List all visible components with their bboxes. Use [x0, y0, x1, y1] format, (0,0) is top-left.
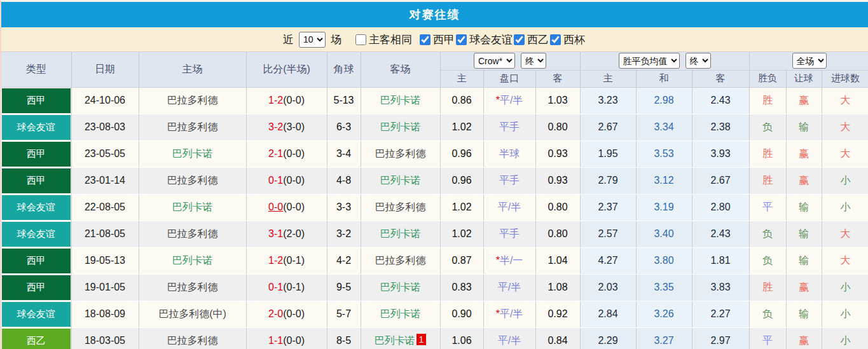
avg-home-cell: 1.95	[580, 140, 636, 167]
league-badge: 西甲	[2, 275, 71, 300]
result-goals-cell: 小	[822, 167, 868, 194]
odds-home-cell: 0.96	[440, 140, 483, 167]
odds-away-cell: 0.80	[535, 221, 580, 247]
league-checkbox-liga[interactable]	[420, 34, 431, 45]
league-label-segunda: 西乙	[527, 32, 549, 47]
col-res-hc: 让球	[786, 70, 822, 87]
result-goals-cell: 小	[822, 274, 868, 301]
avg-draw-cell: 3.35	[636, 274, 692, 301]
handicap-cell: *平/半	[483, 301, 535, 327]
type-cell: 球会友谊	[1, 114, 71, 140]
away-team: 巴列卡诺	[361, 274, 440, 301]
away-team: 巴列卡诺	[361, 221, 440, 247]
avg-draw-cell: 3.19	[636, 194, 692, 221]
corners-cell: 5-13	[327, 87, 361, 114]
col-type: 类型	[1, 52, 71, 87]
league-label-friendly: 球会友谊	[469, 32, 513, 47]
col-home: 主场	[139, 52, 246, 87]
score-cell: 3-2(3-0)	[246, 114, 327, 140]
avg-home-cell: 2.79	[580, 167, 636, 194]
league-badge: 球会友谊	[2, 302, 71, 327]
avg-draw-cell: 3.26	[636, 301, 692, 327]
odds-home-cell: 1.02	[440, 194, 483, 221]
match-date: 23-05-05	[71, 140, 139, 167]
avg-home-cell: 3.23	[580, 87, 636, 114]
result-handicap-cell: 输	[786, 247, 822, 274]
match-date: 24-10-06	[71, 87, 139, 114]
league-badge: 西甲	[2, 168, 71, 193]
league-checkbox-friendly[interactable]	[456, 34, 467, 45]
match-date: 19-05-13	[71, 247, 139, 274]
avg-group-header: 胜平负均值 终	[580, 52, 749, 70]
home-team: 巴拉多利德(中)	[139, 301, 246, 327]
away-team: 巴列卡诺1	[361, 327, 440, 349]
odds-home-cell: 1.06	[440, 327, 483, 349]
home-team: 巴拉多利德	[139, 114, 246, 140]
match-date: 22-08-05	[71, 194, 139, 221]
league-badge: 球会友谊	[2, 195, 71, 220]
odds-away-cell: 1.03	[535, 87, 580, 114]
corners-cell: 3-4	[327, 140, 361, 167]
home-team: 巴拉多利德	[139, 274, 246, 301]
col-res-wdl: 胜负	[749, 70, 786, 87]
league-checkbox-copa[interactable]	[550, 34, 561, 45]
handicap-cell: 平/半	[483, 327, 535, 349]
result-goals-cell: 小	[822, 327, 868, 349]
home-team: 巴拉多利德	[139, 167, 246, 194]
same-venue-checkbox[interactable]	[355, 34, 366, 45]
odds-home-cell: 1.02	[440, 114, 483, 140]
odds-source-select[interactable]: Crow*	[474, 53, 515, 69]
result-handicap-cell: 赢	[786, 87, 822, 114]
table-body: 西甲 24-10-06 巴拉多利德 1-2(0-0) 5-13 巴列卡诺 0.8…	[1, 87, 868, 349]
type-cell: 西甲	[1, 167, 71, 194]
match-row: 球会友谊 22-08-05 巴列卡诺 0-0(0-0) 3-3 巴拉多利德 1.…	[1, 194, 868, 221]
result-goals-cell: 大	[822, 140, 868, 167]
result-wdl-cell: 负	[749, 247, 786, 274]
avg-away-cell: 3.93	[692, 140, 749, 167]
avg-home-cell: 2.37	[580, 194, 636, 221]
avg-away-cell: 2.97	[692, 327, 749, 349]
score-cell: 3-1(2-0)	[246, 221, 327, 247]
result-goals-cell: 大	[822, 221, 868, 247]
match-row: 球会友谊 21-08-05 巴拉多利德 3-1(2-0) 3-2 巴列卡诺 1.…	[1, 221, 868, 247]
avg-home-cell: 4.27	[580, 247, 636, 274]
result-handicap-cell: 赢	[786, 140, 822, 167]
score-cell: 2-0(0-0)	[246, 301, 327, 327]
avg-draw-cell: 3.27	[636, 327, 692, 349]
league-checkbox-segunda[interactable]	[514, 34, 525, 45]
type-cell: 球会友谊	[1, 221, 71, 247]
result-wdl-cell: 负	[749, 301, 786, 327]
col-corners: 角球	[327, 52, 361, 87]
type-cell: 西甲	[1, 247, 71, 274]
league-label-liga: 西甲	[433, 32, 455, 47]
result-wdl-cell: 胜	[749, 87, 786, 114]
avg-away-cell: 1.81	[692, 247, 749, 274]
match-count-select[interactable]: 10	[299, 32, 326, 48]
odds-away-cell: 0.80	[535, 114, 580, 140]
avg-away-cell: 2.38	[692, 114, 749, 140]
col-score: 比分(半场)	[246, 52, 327, 87]
away-team: 巴拉多利德	[361, 194, 440, 221]
avg-draw-cell: 3.80	[636, 247, 692, 274]
result-handicap-cell: 赢	[786, 274, 822, 301]
avg-type-select[interactable]: 胜平负均值	[619, 53, 680, 69]
games-label: 场	[331, 32, 341, 47]
avg-time-select[interactable]: 终	[685, 53, 711, 69]
away-team: 巴列卡诺	[361, 301, 440, 327]
odds-time-select[interactable]: 终	[521, 53, 546, 69]
corners-cell: 5-7	[327, 301, 361, 327]
h2h-table: 类型 日期 主场 比分(半场) 角球 客场 Crow* 终 胜平负均值 终	[1, 52, 868, 349]
match-date: 18-03-05	[71, 327, 139, 349]
away-team: 巴拉多利德	[361, 247, 440, 274]
score-cell: 1-2(0-0)	[246, 87, 327, 114]
result-wdl-cell: 胜	[749, 274, 786, 301]
table-header: 类型 日期 主场 比分(半场) 角球 客场 Crow* 终 胜平负均值 终	[1, 52, 868, 87]
result-group-header: 全场	[749, 52, 868, 70]
type-cell: 球会友谊	[1, 301, 71, 327]
avg-draw-cell: 3.12	[636, 167, 692, 194]
odds-away-cell: 1.08	[535, 274, 580, 301]
scope-select[interactable]: 全场	[792, 53, 827, 69]
league-label-copa: 西杯	[563, 32, 585, 47]
match-row: 球会友谊 23-08-03 巴拉多利德 3-2(3-0) 6-3 巴列卡诺 1.…	[1, 114, 868, 140]
type-cell: 西甲	[1, 140, 71, 167]
